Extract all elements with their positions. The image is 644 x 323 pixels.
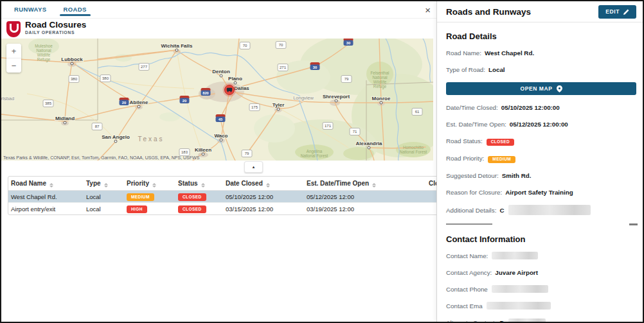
detail-field: Type of Road:Local <box>446 65 636 74</box>
status-badge: MEDIUM <box>488 156 515 164</box>
interstate-shield-icon: 30 <box>344 39 353 46</box>
table-cell: CLOSED <box>175 205 223 213</box>
field-label: Suggested Detour: <box>446 172 499 179</box>
table-cell: 05/10/2025 12:00 <box>223 193 304 200</box>
interstate-shield-icon: 20 <box>120 98 129 105</box>
pencil-icon <box>623 9 629 15</box>
svg-text:87: 87 <box>95 125 100 128</box>
juvare-logo-icon <box>6 21 21 37</box>
field-value: Local <box>488 66 505 73</box>
panel-header: Roads and Runways EDIT <box>437 1 644 22</box>
close-icon[interactable]: × <box>425 5 431 15</box>
svg-text:380: 380 <box>71 77 78 81</box>
map-canvas[interactable]: MuleshoeNationalWildlifeRefugeFelsenthal… <box>1 39 433 161</box>
detail-field: Est. Date/Time Open:05/12/2025 12:00:00 <box>446 120 636 128</box>
map-city: San Angelo <box>102 134 130 143</box>
svg-text:79: 79 <box>245 152 249 155</box>
sort-arrows-icon <box>201 183 205 188</box>
svg-text:171: 171 <box>325 124 332 128</box>
svg-text:70: 70 <box>279 43 283 47</box>
open-map-button[interactable]: OPEN MAP <box>446 82 636 95</box>
map-city: Killeen <box>195 147 211 155</box>
map-graphics: MuleshoeNationalWildlifeRefugeFelsenthal… <box>1 39 433 161</box>
svg-text:Plano: Plano <box>228 76 242 82</box>
table-row[interactable]: Airport entry/exitLocalHIGHCLOSED03/15/2… <box>8 203 436 214</box>
edit-button[interactable]: EDIT <box>598 5 636 19</box>
detail-field: Suggested Detour:Smith Rd. <box>446 171 636 180</box>
field-label: Date/Time Closed: <box>446 104 498 111</box>
svg-text:Lubbock: Lubbock <box>61 57 83 62</box>
column-header-type[interactable]: Type <box>84 180 124 188</box>
field-label: Road Priority: <box>446 155 484 162</box>
svg-text:Alexandria: Alexandria <box>356 141 382 146</box>
field-label: Contact Ema <box>446 302 483 310</box>
svg-text:Denton: Denton <box>212 69 230 74</box>
field-value: C <box>499 207 504 214</box>
svg-text:820: 820 <box>202 91 209 95</box>
column-header-priority[interactable]: Priority <box>124 180 175 188</box>
table-cell: 03/15/2025 12:00 <box>223 205 304 213</box>
field-value: D <box>499 319 504 323</box>
field-value: 05/10/2025 12:00:00 <box>501 104 560 111</box>
zoom-in-button[interactable]: + <box>6 44 21 58</box>
highway-shield-icon: 271 <box>278 64 288 71</box>
zoom-out-button[interactable]: − <box>6 58 21 73</box>
column-header-date-closed[interactable]: Date Closed <box>223 180 304 188</box>
road-closures-window: RUNWAYSROADS × Road Closures DAILY OPERA… <box>0 0 644 323</box>
column-header-est-date-time-open[interactable]: Est. Date/Time Open <box>304 180 426 188</box>
map-area-label: MuleshoeNationalWildlifeRefuge <box>35 44 53 62</box>
sort-arrows-icon <box>104 183 108 188</box>
road-details-heading: Road Details <box>446 31 636 41</box>
svg-text:79: 79 <box>344 77 349 81</box>
highway-shield-icon: 87 <box>92 123 102 130</box>
highway-shield-icon: 380 <box>100 75 111 82</box>
svg-text:Monroe: Monroe <box>372 96 391 101</box>
highway-shield-icon: 380 <box>69 76 79 83</box>
column-header-status[interactable]: Status <box>175 180 223 188</box>
field-label: Road Status: <box>446 137 483 144</box>
highway-shield-icon: 183 <box>179 149 190 156</box>
svg-text:271: 271 <box>280 65 287 69</box>
tab-runways[interactable]: RUNWAYS <box>13 1 48 17</box>
map-attribution: Texas Parks & Wildlife, CONANP, Esri, To… <box>3 155 199 160</box>
tab-roads[interactable]: ROADS <box>62 1 88 17</box>
svg-text:61: 61 <box>415 110 420 114</box>
collapse-table-button[interactable]: ▲ <box>244 161 263 173</box>
field-value: West Chapel Rd. <box>485 49 534 57</box>
table-row[interactable]: West Chapel Rd.LocalMEDIUMCLOSED05/10/20… <box>8 191 436 203</box>
field-label: Contact Name: <box>446 252 488 259</box>
table-cell: West Chapel Rd. <box>8 193 84 200</box>
map-city: Lubbock <box>61 57 83 65</box>
panel-title: Roads and Runways <box>446 7 531 17</box>
interstate-shield-icon: 820 <box>201 88 211 96</box>
detail-field: Additional Details:C <box>446 205 636 215</box>
redacted-value <box>508 319 546 323</box>
interstate-shield-icon: 20 <box>180 96 190 103</box>
interstate-shield-icon: 45 <box>216 114 226 122</box>
column-header-road-name[interactable]: Road Name <box>8 180 84 188</box>
detail-field: Road Name:West Chapel Rd. <box>446 49 636 57</box>
map-city: Tyler <box>273 102 285 110</box>
closure-marker-icon[interactable] <box>223 83 237 97</box>
table-cell: CLOSED <box>175 193 223 201</box>
highway-shield-icon: 277 <box>139 64 149 71</box>
svg-text:20: 20 <box>183 99 186 103</box>
svg-text:30: 30 <box>313 65 317 69</box>
sort-arrows-icon <box>152 183 156 188</box>
svg-text:385: 385 <box>45 101 52 105</box>
svg-text:Killeen: Killeen <box>195 147 211 153</box>
map-city: rlsbad <box>1 96 14 101</box>
map-city: Dallas <box>234 85 249 91</box>
left-pane: RUNWAYSROADS × Road Closures DAILY OPERA… <box>1 1 436 322</box>
detail-field: Contact Ema <box>446 302 636 310</box>
sort-arrows-icon <box>266 183 270 188</box>
column-header-closu: Closu <box>426 180 436 187</box>
highway-shield-icon: 79 <box>341 76 352 83</box>
field-label: Road Name: <box>446 49 481 57</box>
svg-text:Dallas: Dallas <box>234 85 249 91</box>
map-city: Shreveport <box>323 94 350 102</box>
svg-text:Tyler: Tyler <box>273 102 285 108</box>
tab-bar: RUNWAYSROADS <box>1 1 436 19</box>
svg-text:70: 70 <box>243 44 247 48</box>
open-map-button-label: OPEN MAP <box>520 85 552 92</box>
